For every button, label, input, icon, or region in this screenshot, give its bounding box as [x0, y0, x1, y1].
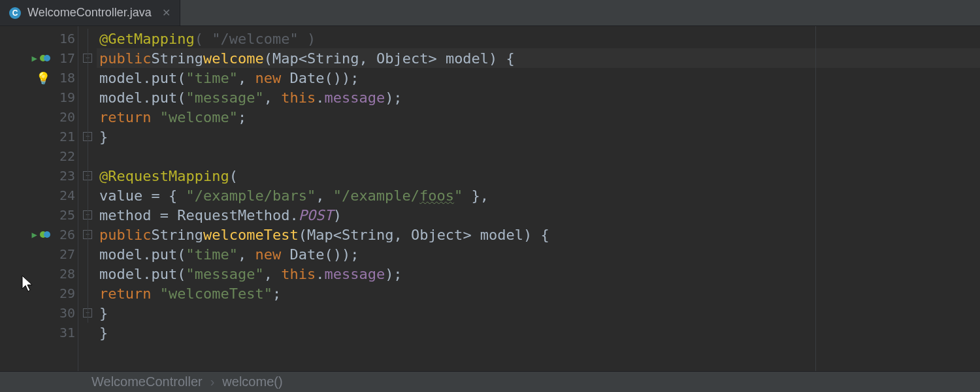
code-line[interactable]: }	[97, 127, 980, 146]
code-line[interactable]	[97, 146, 980, 166]
fold-toggle-icon[interactable]: −	[83, 171, 92, 180]
java-class-icon: C	[9, 7, 21, 19]
code-line[interactable]: model.put("time", new Date());	[97, 68, 980, 88]
code-line[interactable]: return "welcomeTest";	[97, 284, 980, 303]
line-number: 27	[53, 246, 75, 262]
line-number: 16	[53, 31, 75, 46]
line-number: 29	[53, 286, 75, 301]
close-tab-icon[interactable]: ✕	[162, 7, 171, 19]
editor-tab-bar: C WelcomeController.java ✕	[0, 0, 980, 26]
line-number: 25	[53, 207, 75, 223]
spring-bean-icon[interactable]	[40, 229, 50, 240]
code-line[interactable]: model.put("message", this.message);	[97, 264, 980, 284]
svg-point-1	[44, 55, 50, 61]
code-line[interactable]: @GetMapping( "/welcome" )	[97, 29, 980, 48]
breadcrumb-class[interactable]: WelcomeController	[91, 374, 203, 389]
line-number: 20	[53, 109, 75, 125]
code-line[interactable]: method = RequestMethod.POST)	[97, 205, 980, 225]
breadcrumb-bar[interactable]: WelcomeController › welcome()	[0, 371, 980, 392]
breadcrumb-separator-icon: ›	[210, 374, 215, 389]
line-number: 28	[53, 266, 75, 282]
spring-bean-icon[interactable]	[40, 53, 50, 63]
line-number: 22	[53, 148, 75, 164]
code-line[interactable]: }	[97, 323, 980, 342]
ide-root: C WelcomeController.java ✕ 16 ▶ 17 💡 18 …	[0, 0, 980, 392]
right-margin-guide	[815, 26, 816, 371]
fold-toggle-icon[interactable]: −	[83, 54, 92, 63]
code-line[interactable]: @RequestMapping(	[97, 166, 980, 186]
line-number: 18	[53, 70, 75, 86]
code-line[interactable]: value = { "/example/bars", "/example/foo…	[97, 186, 980, 205]
line-number: 31	[53, 325, 75, 340]
editor-area: 16 ▶ 17 💡 18 19 20 21 22 23 24 25 ▶	[0, 26, 980, 371]
code-line[interactable]: public String welcome(Map<String, Object…	[97, 48, 980, 68]
run-gutter-icon[interactable]: ▶	[32, 53, 37, 63]
fold-end-icon[interactable]: −	[83, 308, 92, 318]
code-line[interactable]: return "welcome";	[97, 107, 980, 127]
code-line[interactable]: model.put("message", this.message);	[97, 88, 980, 107]
code-line[interactable]: public String welcomeTest(Map<String, Ob…	[97, 225, 980, 244]
svg-point-3	[44, 231, 50, 238]
fold-end-icon[interactable]: −	[83, 132, 92, 141]
line-number: 26	[53, 227, 75, 242]
code-line[interactable]: model.put("time", new Date());	[97, 244, 980, 264]
editor-tab-active[interactable]: C WelcomeController.java ✕	[0, 0, 180, 25]
line-number: 24	[53, 188, 75, 203]
breadcrumb-method[interactable]: welcome()	[222, 374, 282, 389]
run-gutter-icon[interactable]: ▶	[32, 229, 37, 240]
editor-tab-filename: WelcomeController.java	[27, 6, 152, 20]
line-number: 30	[53, 305, 75, 321]
fold-column: − − − − − −	[78, 26, 97, 371]
intention-bulb-icon[interactable]: 💡	[36, 71, 50, 85]
code-viewport[interactable]: @GetMapping( "/welcome" ) public String …	[97, 26, 980, 371]
code-line[interactable]: }	[97, 303, 980, 323]
line-number: 19	[53, 90, 75, 105]
line-number: 17	[53, 50, 75, 66]
fold-toggle-icon[interactable]: −	[83, 230, 92, 239]
editor-gutter[interactable]: 16 ▶ 17 💡 18 19 20 21 22 23 24 25 ▶	[0, 26, 78, 371]
line-number: 23	[53, 168, 75, 184]
line-number: 21	[53, 129, 75, 144]
fold-end-icon[interactable]: −	[83, 210, 92, 220]
